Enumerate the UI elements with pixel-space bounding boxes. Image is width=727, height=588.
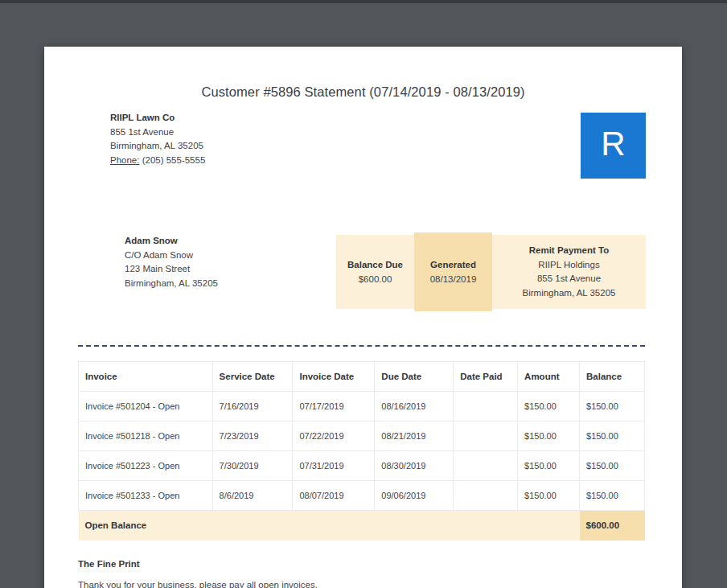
company-address-block: RIIPL Lawn Co 855 1st Avenue Birmingham,… [110,111,205,167]
cell-balance: $150.00 [580,481,645,511]
column-header-service-date: Service Date [212,362,293,392]
customer-address-line1: 123 Main Street [125,262,218,277]
company-address-line2: Birmingham, AL 35205 [110,139,205,154]
cell-date-paid [454,451,518,481]
generated-date-box: Generated 08/13/2019 [414,232,492,311]
table-row: Invoice #501218 - Open 7/23/2019 07/22/2… [79,421,645,451]
table-header-row: Invoice Service Date Invoice Date Due Da… [79,362,645,392]
remit-payment-box: Remit Payment To RIIPL Holdings 855 1st … [492,235,646,309]
cell-invoice: Invoice #501204 - Open [79,392,213,421]
cell-invoice-date: 08/07/2019 [293,481,375,511]
cell-balance: $150.00 [580,392,645,421]
remit-address2: Birmingham, AL 35205 [523,286,616,301]
cell-amount: $150.00 [518,451,580,481]
open-balance-total: $600.00 [580,511,645,541]
cell-service-date: 7/30/2019 [212,451,293,481]
statement-summary-row: Balance Due $600.00 Generated 08/13/2019… [336,232,646,311]
customer-name: Adam Snow [125,234,218,249]
cell-invoice-date: 07/31/2019 [293,451,375,481]
phone-number: (205) 555-5555 [142,155,206,165]
column-header-amount: Amount [518,362,580,392]
cell-invoice: Invoice #501233 - Open [79,481,213,511]
customer-care-of: C/O Adam Snow [125,249,218,263]
remit-name: RIIPL Holdings [538,258,599,273]
cell-balance: $150.00 [580,421,645,451]
cell-due-date: 09/06/2019 [375,481,454,511]
cell-service-date: 7/23/2019 [212,421,293,451]
company-name: RIIPL Lawn Co [110,111,205,125]
statement-title: Customer #5896 Statement (07/14/2019 - 0… [44,84,682,100]
window-top-strip [0,0,727,3]
balance-due-box: Balance Due $600.00 [336,235,414,309]
balance-due-label: Balance Due [347,257,403,272]
cell-amount: $150.00 [518,481,580,511]
remit-label: Remit Payment To [529,244,609,258]
cell-due-date: 08/21/2019 [375,421,454,451]
customer-address-line2: Birmingham, AL 35205 [125,277,218,291]
cell-date-paid [454,392,518,421]
table-row: Invoice #501204 - Open 7/16/2019 07/17/2… [79,392,645,421]
remit-address1: 855 1st Avenue [537,272,601,286]
column-header-due-date: Due Date [375,362,454,392]
cell-invoice: Invoice #501223 - Open [79,451,213,481]
open-balance-row: Open Balance $600.00 [79,511,645,541]
logo-letter-r-icon: R [601,125,625,163]
table-row: Invoice #501233 - Open 8/6/2019 08/07/20… [79,481,645,511]
statement-document: Customer #5896 Statement (07/14/2019 - 0… [44,47,682,588]
cell-due-date: 08/16/2019 [375,392,454,421]
cell-date-paid [454,481,518,511]
cell-invoice-date: 07/22/2019 [293,421,375,451]
column-header-balance: Balance [580,362,645,392]
invoice-table: Invoice Service Date Invoice Date Due Da… [78,361,645,541]
cell-amount: $150.00 [518,392,580,421]
company-address-line1: 855 1st Avenue [110,125,205,140]
balance-due-value: $600.00 [359,272,392,286]
cell-invoice: Invoice #501218 - Open [79,421,213,451]
table-row: Invoice #501223 - Open 7/30/2019 07/31/2… [79,451,645,481]
cell-amount: $150.00 [518,421,580,451]
dashed-separator [78,345,645,347]
open-balance-label: Open Balance [79,511,580,541]
generated-value: 08/13/2019 [430,272,477,286]
cell-invoice-date: 07/17/2019 [293,392,375,421]
cell-service-date: 7/16/2019 [212,392,293,421]
column-header-invoice: Invoice [79,362,213,392]
fine-print-heading: The Fine Print [78,559,140,569]
cell-balance: $150.00 [580,451,645,481]
fine-print-text: Thank you for your business, please pay … [78,580,318,588]
generated-label: Generated [430,257,476,272]
cell-date-paid [454,421,518,451]
cell-due-date: 08/30/2019 [375,451,454,481]
company-logo: R [581,113,646,179]
cell-service-date: 8/6/2019 [212,481,293,511]
column-header-invoice-date: Invoice Date [293,362,375,392]
phone-label: Phone: [110,155,139,165]
column-header-date-paid: Date Paid [454,362,518,392]
customer-address-block: Adam Snow C/O Adam Snow 123 Main Street … [125,234,218,290]
company-phone-line: Phone: (205) 555-5555 [110,154,205,168]
